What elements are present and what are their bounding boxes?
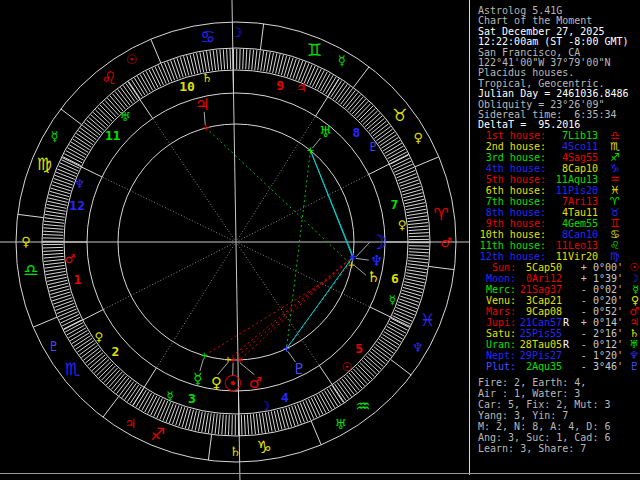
hash-tick <box>171 60 178 79</box>
retrograde-flag <box>562 273 569 284</box>
wheel-sign-ruler-glyph-gemini: ☿ <box>338 53 346 68</box>
hash-tick-major <box>45 218 65 221</box>
house-cusp-value: 7Lib13 <box>546 130 598 141</box>
stats-line-2: Car: 5, Fix: 2, Mut: 3 <box>478 399 640 410</box>
planet-pointer-neptune <box>356 258 369 260</box>
info-panel: Astrolog 5.41GChart of the MomentSat Dec… <box>478 0 640 480</box>
hash-tick <box>406 273 426 277</box>
planet-pointer-jupiter <box>204 112 205 125</box>
house-label: 3rd house: <box>478 152 546 163</box>
stats-line-0: Fire: 2, Earth: 4, <box>478 377 640 388</box>
hash-tick <box>44 221 64 223</box>
wheel-house-ruler-glyph-12: ♆ <box>74 177 85 191</box>
stats-line-4: M: 2, N: 8, A: 4, D: 6 <box>478 421 640 432</box>
hash-tick <box>253 414 255 434</box>
wheel-sign-glyph-aries: ♈ <box>433 204 448 224</box>
planet-row-jupi: Jupi:21Can57R+ 0°14'♃ <box>478 317 640 328</box>
wheel-house-ruler-glyph-6: ☿ <box>389 293 396 307</box>
hash-tick <box>246 49 247 69</box>
hash-tick <box>268 412 272 432</box>
aspect-line-jupiter-saturn <box>206 128 352 265</box>
planet-daily-motion: + 1°39' <box>573 273 623 284</box>
wheel-house-number-12: 12 <box>69 198 85 213</box>
hash-tick <box>409 229 429 230</box>
hash-tick <box>207 51 210 71</box>
hash-tick <box>400 180 419 186</box>
house-label: 12th house: <box>478 251 546 262</box>
hash-tick <box>286 408 292 427</box>
wheel-sign-ruler-glyph-taurus: ♀ <box>414 130 424 145</box>
retrograde-flag <box>562 262 569 273</box>
wheel-planet-glyph-neptune: ♆ <box>370 252 383 270</box>
stats-line-1: Air : 1, Water: 3 <box>478 388 640 399</box>
planets-table: Sun:5Cap50+ 0°00'☉Moon:0Ari12+ 1°39'☽Mer… <box>478 262 640 372</box>
retrograde-flag <box>562 350 569 361</box>
wheel-house-ruler-glyph-1: ♂ <box>65 252 76 266</box>
sign-boundary <box>353 67 369 88</box>
aspect-line-uranus-pluto <box>287 150 311 348</box>
planet-glyph: ♇ <box>623 361 639 372</box>
astrology-wheel-svg: ♈♂♉♀♊☿♋☽♌☉♍☿♎♀♏♇♐♃♑♄♒♅♓♆1♂2♀3☿4☽5☉6☿7♀8♇… <box>0 0 470 480</box>
chart-header-block: Astrolog 5.41GChart of the MomentSat Dec… <box>478 6 640 131</box>
house-cusp-line-dotted-11 <box>153 118 236 242</box>
hash-tick <box>397 305 416 312</box>
hash-tick <box>401 183 420 189</box>
planet-daily-motion: - 1°20' <box>573 350 623 361</box>
planet-row-mars: Mars:9Cap08- 0°52'♂ <box>478 306 640 317</box>
hash-tick <box>44 224 64 226</box>
hash-tick <box>225 415 226 435</box>
hash-tick <box>396 307 415 315</box>
hash-tick <box>241 415 242 435</box>
house-cusp-line-dotted-5 <box>236 242 319 366</box>
house-cusp-line-dotted-9 <box>236 116 316 242</box>
hash-tick <box>299 62 306 81</box>
hash-tick-major <box>161 64 169 82</box>
house-label: 9th house: <box>478 218 546 229</box>
hash-tick <box>54 301 73 308</box>
chart-wheel-canvas[interactable]: ♈♂♉♀♊☿♋☽♌☉♍☿♎♀♏♇♐♃♑♄♒♅♓♆1♂2♀3☿4☽5☉6☿7♀8♇… <box>0 0 470 480</box>
hash-tick <box>54 178 73 185</box>
header-line-3: 12:22:00am (ST -8:00 GMT) <box>478 37 640 47</box>
planet-row-venu: Venu:3Cap21- 0°20'♀ <box>478 295 640 306</box>
house-row-12: 12th house:11Vir20♍ <box>478 251 640 262</box>
sign-boundary <box>415 157 439 167</box>
sign-boundary <box>61 109 82 125</box>
hash-tick <box>409 236 429 237</box>
hash-tick <box>55 175 74 182</box>
hash-tick <box>398 174 417 181</box>
hash-tick <box>202 412 206 432</box>
hash-tick <box>407 213 427 216</box>
retrograde-flag <box>562 361 569 372</box>
panel-divider-line <box>469 0 470 475</box>
hash-tick <box>180 57 186 76</box>
hash-tick <box>407 216 427 219</box>
house-label: 11th house: <box>478 240 546 251</box>
wheel-sign-ruler-glyph-aquarius: ♅ <box>334 417 346 432</box>
planet-label: Merc: <box>478 284 516 295</box>
wheel-planet-glyph-saturn: ♄ <box>367 268 380 286</box>
hash-tick <box>208 413 211 433</box>
hash-tick <box>295 405 302 424</box>
wheel-house-ruler-glyph-5: ☉ <box>341 360 352 374</box>
hash-tick <box>394 164 412 172</box>
wheel-sign-glyph-scorpio: ♏ <box>65 359 80 379</box>
wheel-sign-ruler-glyph-pisces: ♆ <box>412 340 424 355</box>
planet-label: Mars: <box>478 306 516 317</box>
hash-tick <box>52 295 71 301</box>
header-line-8: Julian Day = 2461036.8486 <box>478 89 640 99</box>
sign-boundary <box>151 39 161 63</box>
planet-daily-motion: - 3°46' <box>573 361 623 372</box>
wheel-house-ruler-glyph-9: ♃ <box>296 81 307 95</box>
hash-tick <box>402 186 421 192</box>
hash-tick <box>407 270 427 273</box>
hash-tick <box>57 306 76 313</box>
hash-tick <box>164 63 171 82</box>
hash-tick <box>56 303 75 310</box>
hash-tick <box>163 402 171 421</box>
wheel-planet-glyph-sun: ☉ <box>223 371 243 396</box>
hash-tick <box>53 182 72 188</box>
hash-tick <box>256 414 258 434</box>
hash-tick <box>52 185 71 191</box>
planet-daily-motion: - 0°52' <box>573 306 623 317</box>
house-cusp-value: 11Vir20 <box>546 251 598 262</box>
